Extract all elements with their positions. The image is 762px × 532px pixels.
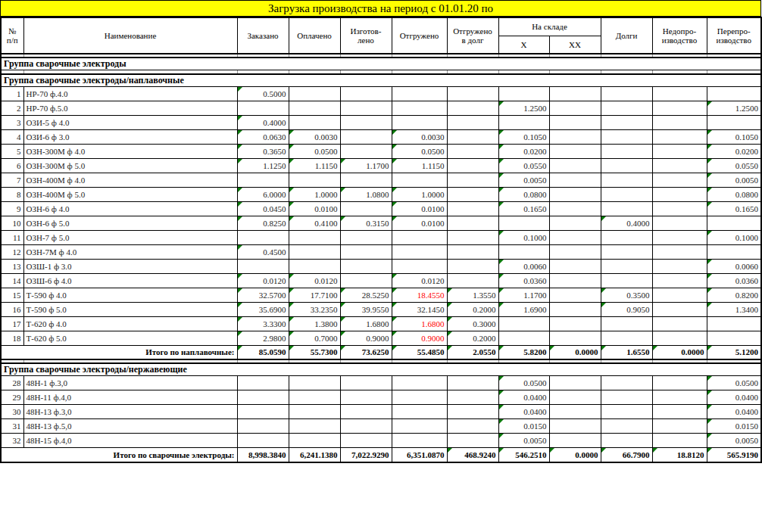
item-name[interactable]: ОЗН-7 ф 5.0 bbox=[23, 230, 237, 244]
cell-under[interactable] bbox=[652, 376, 707, 390]
item-name[interactable]: ОЗН-300М ф 5.0 bbox=[23, 158, 237, 173]
cell-paid[interactable] bbox=[289, 173, 340, 187]
row-number[interactable]: 29 bbox=[1, 390, 23, 405]
cell-ordered[interactable] bbox=[237, 376, 289, 390]
cell-under[interactable] bbox=[652, 101, 707, 115]
cell-ordered[interactable]: 0.4000 bbox=[237, 115, 289, 129]
item-name[interactable]: ОЗН-300М ф 4.0 bbox=[23, 144, 237, 158]
cell-stock_xx[interactable] bbox=[549, 376, 601, 390]
cell-shipped[interactable]: 1.1150 bbox=[392, 158, 447, 173]
cell-stock_x[interactable]: 0.0050 bbox=[498, 173, 549, 187]
cell-shipped_debt[interactable] bbox=[447, 419, 498, 434]
cell-produced[interactable]: 39.9550 bbox=[340, 302, 392, 316]
cell-ordered[interactable]: 6.0000 bbox=[237, 187, 289, 201]
cell-produced[interactable]: 1.1700 bbox=[340, 158, 392, 173]
cell-shipped[interactable] bbox=[392, 244, 447, 259]
cell-over[interactable]: 0.0150 bbox=[707, 419, 761, 434]
total-label[interactable]: Итого по сварочные электроды: bbox=[1, 448, 237, 462]
cell-produced[interactable] bbox=[340, 115, 392, 129]
row-number[interactable]: 30 bbox=[1, 405, 23, 419]
cell-shipped_debt[interactable] bbox=[447, 201, 498, 216]
cell-produced[interactable] bbox=[340, 434, 392, 448]
cell-shipped_debt[interactable] bbox=[447, 405, 498, 419]
cell-ordered[interactable] bbox=[237, 101, 289, 115]
cell-paid[interactable] bbox=[289, 390, 340, 405]
cell-produced[interactable]: 0.9000 bbox=[340, 331, 392, 345]
cell-paid[interactable]: 6,241.1380 bbox=[289, 448, 340, 462]
cell-shipped[interactable] bbox=[392, 101, 447, 115]
cell-shipped_debt[interactable]: 0.3000 bbox=[447, 316, 498, 331]
cell-stock_xx[interactable] bbox=[549, 434, 601, 448]
cell-over[interactable]: 0.0400 bbox=[707, 390, 761, 405]
cell-debts[interactable] bbox=[601, 101, 652, 115]
cell-debts[interactable] bbox=[601, 405, 652, 419]
cell-paid[interactable] bbox=[289, 230, 340, 244]
cell-stock_x[interactable]: 0.0050 bbox=[498, 434, 549, 448]
cell-under[interactable] bbox=[652, 259, 707, 273]
cell-under[interactable] bbox=[652, 230, 707, 244]
row-number[interactable]: 12 bbox=[1, 244, 23, 259]
cell-paid[interactable]: 1.1150 bbox=[289, 158, 340, 173]
cell-produced[interactable] bbox=[340, 86, 392, 101]
cell-under[interactable] bbox=[652, 316, 707, 331]
cell-debts[interactable] bbox=[601, 273, 652, 288]
cell-stock_x[interactable]: 0.0550 bbox=[498, 158, 549, 173]
cell-shipped_debt[interactable] bbox=[447, 129, 498, 144]
cell-stock_xx[interactable] bbox=[549, 273, 601, 288]
cell-stock_xx[interactable] bbox=[549, 201, 601, 216]
row-number[interactable]: 32 bbox=[1, 434, 23, 448]
cell-under[interactable] bbox=[652, 129, 707, 144]
cell-debts[interactable] bbox=[601, 201, 652, 216]
item-name[interactable]: ОЗН-6 ф 4.0 bbox=[23, 201, 237, 216]
cell-debts[interactable] bbox=[601, 331, 652, 345]
cell-over[interactable]: 0.0050 bbox=[707, 173, 761, 187]
cell-paid[interactable]: 0.0500 bbox=[289, 144, 340, 158]
cell-under[interactable] bbox=[652, 86, 707, 101]
cell-over[interactable] bbox=[707, 216, 761, 230]
cell-under[interactable] bbox=[652, 187, 707, 201]
cell-shipped[interactable]: 6,351.0870 bbox=[392, 448, 447, 462]
cell-paid[interactable] bbox=[289, 244, 340, 259]
item-name[interactable]: НР-70 ф.4.0 bbox=[23, 86, 237, 101]
cell-stock_xx[interactable] bbox=[549, 216, 601, 230]
cell-under[interactable] bbox=[652, 173, 707, 187]
cell-shipped[interactable]: 0.0100 bbox=[392, 201, 447, 216]
cell-under[interactable] bbox=[652, 115, 707, 129]
cell-under[interactable] bbox=[652, 244, 707, 259]
item-name[interactable]: 48Н-13 ф.3,0 bbox=[23, 405, 237, 419]
cell-produced[interactable] bbox=[340, 419, 392, 434]
cell-produced[interactable] bbox=[340, 129, 392, 144]
row-number[interactable]: 17 bbox=[1, 316, 23, 331]
cell-over[interactable]: 0.1650 bbox=[707, 201, 761, 216]
item-name[interactable]: 48Н-11 ф.4,0 bbox=[23, 390, 237, 405]
cell-over[interactable] bbox=[707, 115, 761, 129]
cell-stock_xx[interactable] bbox=[549, 158, 601, 173]
cell-shipped[interactable] bbox=[392, 86, 447, 101]
cell-produced[interactable] bbox=[340, 405, 392, 419]
cell-under[interactable]: 18.8120 bbox=[652, 448, 707, 462]
cell-debts[interactable] bbox=[601, 244, 652, 259]
cell-shipped[interactable]: 0.0030 bbox=[392, 129, 447, 144]
cell-debts[interactable] bbox=[601, 115, 652, 129]
cell-ordered[interactable]: 0.0630 bbox=[237, 129, 289, 144]
cell-stock_x[interactable]: 1.6900 bbox=[498, 302, 549, 316]
cell-debts[interactable] bbox=[601, 259, 652, 273]
cell-shipped[interactable] bbox=[392, 405, 447, 419]
cell-shipped[interactable] bbox=[392, 259, 447, 273]
item-name[interactable]: Т-590 ф 4.0 bbox=[23, 288, 237, 302]
cell-paid[interactable]: 33.2350 bbox=[289, 302, 340, 316]
cell-paid[interactable]: 17.7100 bbox=[289, 288, 340, 302]
cell-under[interactable] bbox=[652, 201, 707, 216]
cell-stock_x[interactable]: 0.0400 bbox=[498, 405, 549, 419]
cell-under[interactable] bbox=[652, 273, 707, 288]
cell-over[interactable]: 0.0800 bbox=[707, 187, 761, 201]
cell-shipped_debt[interactable] bbox=[447, 390, 498, 405]
cell-paid[interactable] bbox=[289, 259, 340, 273]
cell-paid[interactable]: 0.0120 bbox=[289, 273, 340, 288]
cell-over[interactable]: 0.0060 bbox=[707, 259, 761, 273]
cell-stock_x[interactable]: 1.2500 bbox=[498, 101, 549, 115]
row-number[interactable]: 7 bbox=[1, 173, 23, 187]
cell-under[interactable] bbox=[652, 419, 707, 434]
cell-over[interactable]: 0.1000 bbox=[707, 230, 761, 244]
cell-produced[interactable] bbox=[340, 273, 392, 288]
